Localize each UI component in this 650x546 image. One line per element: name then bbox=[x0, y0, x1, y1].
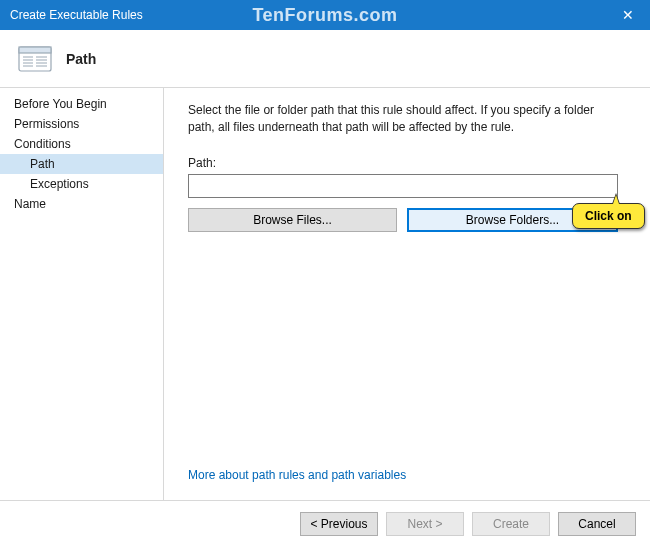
create-button: Create bbox=[472, 512, 550, 536]
titlebar: Create Executable Rules TenForums.com ✕ bbox=[0, 0, 650, 30]
close-button[interactable]: ✕ bbox=[605, 0, 650, 30]
close-icon: ✕ bbox=[622, 7, 634, 23]
watermark-text: TenForums.com bbox=[252, 5, 397, 26]
more-about-link[interactable]: More about path rules and path variables bbox=[188, 468, 618, 482]
sidebar-item-name[interactable]: Name bbox=[0, 194, 163, 214]
sidebar-item-permissions[interactable]: Permissions bbox=[0, 114, 163, 134]
callout-tail-icon bbox=[612, 193, 620, 204]
page-title: Path bbox=[66, 51, 96, 67]
wizard-main: Select the file or folder path that this… bbox=[164, 88, 650, 500]
sidebar-item-path[interactable]: Path bbox=[0, 154, 163, 174]
cancel-button[interactable]: Cancel bbox=[558, 512, 636, 536]
previous-button[interactable]: < Previous bbox=[300, 512, 378, 536]
wizard-header: Path bbox=[0, 30, 650, 88]
sidebar-item-exceptions[interactable]: Exceptions bbox=[0, 174, 163, 194]
description-text: Select the file or folder path that this… bbox=[188, 102, 618, 136]
wizard-body: Before You Begin Permissions Conditions … bbox=[0, 88, 650, 500]
next-button: Next > bbox=[386, 512, 464, 536]
window-title: Create Executable Rules bbox=[10, 8, 143, 22]
svg-rect-1 bbox=[19, 47, 51, 53]
browse-row: Browse Files... Browse Folders... bbox=[188, 208, 618, 232]
sidebar-item-conditions[interactable]: Conditions bbox=[0, 134, 163, 154]
wizard-sidebar: Before You Begin Permissions Conditions … bbox=[0, 88, 164, 500]
callout-text: Click on bbox=[572, 203, 645, 229]
callout-annotation: Click on bbox=[572, 203, 645, 229]
wizard-footer: < Previous Next > Create Cancel bbox=[0, 500, 650, 546]
path-label: Path: bbox=[188, 156, 618, 170]
rule-icon bbox=[18, 45, 52, 73]
sidebar-item-before-you-begin[interactable]: Before You Begin bbox=[0, 94, 163, 114]
path-input[interactable] bbox=[188, 174, 618, 198]
browse-files-button[interactable]: Browse Files... bbox=[188, 208, 397, 232]
